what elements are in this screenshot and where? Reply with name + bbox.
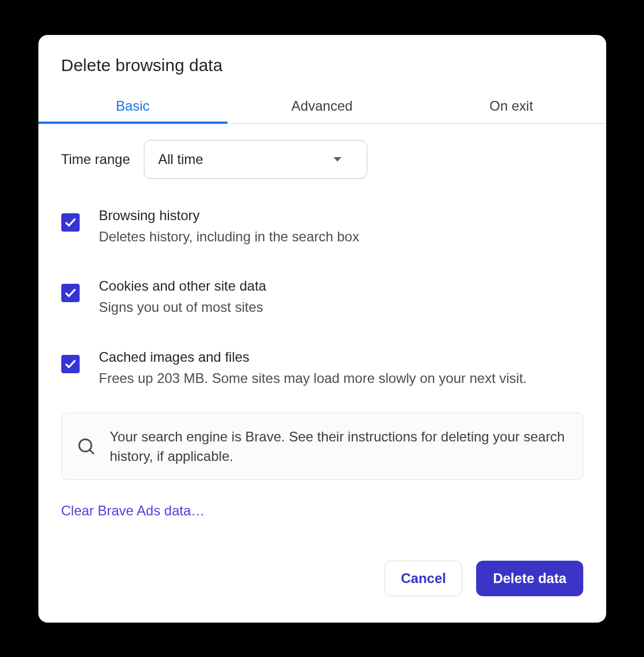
checkbox-cached[interactable] xyxy=(61,355,80,373)
check-icon xyxy=(64,358,77,370)
option-title: Browsing history xyxy=(99,208,583,224)
checkbox-cookies[interactable] xyxy=(61,284,80,302)
svg-line-1 xyxy=(89,450,93,454)
options-list: Browsing history Deletes history, includ… xyxy=(61,208,583,388)
tab-bar: Basic Advanced On exit xyxy=(38,89,606,124)
option-title: Cookies and other site data xyxy=(99,278,583,294)
dialog-title: Delete browsing data xyxy=(61,56,583,75)
option-cookies: Cookies and other site data Signs you ou… xyxy=(61,278,583,317)
tab-advanced[interactable]: Advanced xyxy=(227,89,417,123)
check-icon xyxy=(64,287,77,299)
dialog-footer: Cancel Delete data xyxy=(38,561,606,623)
time-range-select-wrap: All time xyxy=(144,140,367,179)
option-browsing-history: Browsing history Deletes history, includ… xyxy=(61,208,583,247)
search-icon xyxy=(77,437,96,456)
cancel-button[interactable]: Cancel xyxy=(384,561,463,596)
option-title: Cached images and files xyxy=(99,349,583,365)
option-desc: Deletes history, including in the search… xyxy=(99,227,583,247)
option-text: Cookies and other site data Signs you ou… xyxy=(99,278,583,317)
chevron-down-icon xyxy=(333,157,341,162)
option-desc: Frees up 203 MB. Some sites may load mor… xyxy=(99,369,583,388)
dialog-header: Delete browsing data xyxy=(38,35,606,89)
time-range-value: All time xyxy=(158,151,203,167)
svg-point-0 xyxy=(79,439,91,451)
option-desc: Signs you out of most sites xyxy=(99,298,583,317)
option-text: Browsing history Deletes history, includ… xyxy=(99,208,583,247)
clear-brave-ads-link[interactable]: Clear Brave Ads data… xyxy=(61,503,583,519)
delete-browsing-data-dialog: Delete browsing data Basic Advanced On e… xyxy=(38,35,606,623)
tab-basic[interactable]: Basic xyxy=(38,89,227,123)
tab-on-exit[interactable]: On exit xyxy=(417,89,606,123)
check-icon xyxy=(64,216,77,229)
time-range-select[interactable]: All time xyxy=(144,140,367,179)
option-cached: Cached images and files Frees up 203 MB.… xyxy=(61,349,583,388)
dialog-content: Time range All time Browsing history Del… xyxy=(38,124,606,561)
time-range-label: Time range xyxy=(61,151,131,167)
option-text: Cached images and files Frees up 203 MB.… xyxy=(99,349,583,388)
info-text: Your search engine is Brave. See their i… xyxy=(110,427,568,466)
time-range-row: Time range All time xyxy=(61,140,583,179)
delete-data-button[interactable]: Delete data xyxy=(476,561,583,596)
checkbox-browsing-history[interactable] xyxy=(61,213,80,232)
search-engine-info: Your search engine is Brave. See their i… xyxy=(61,413,583,480)
